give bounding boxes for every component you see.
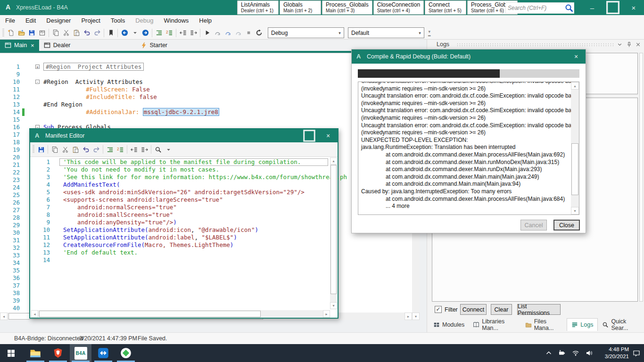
close-button[interactable]: × xyxy=(623,0,644,15)
logs-panel-scroll-strip[interactable] xyxy=(639,53,643,302)
save-icon[interactable] xyxy=(26,28,37,38)
tab-dealer[interactable]: Dealer xyxy=(39,40,75,51)
panel-close-icon[interactable] xyxy=(634,41,642,48)
smart-indent-icon[interactable]: 2 xyxy=(164,28,174,38)
search-icon[interactable] xyxy=(564,4,574,12)
clear-button[interactable]: Clear xyxy=(491,304,512,315)
quick-button[interactable]: ConnectStarter (ctrl + 5) xyxy=(425,0,466,15)
cancel-button[interactable]: Cancel xyxy=(520,220,547,230)
scroll-down-icon[interactable]: ▾ xyxy=(412,313,420,320)
close-button[interactable]: × xyxy=(567,49,586,64)
menu-item-file[interactable]: File xyxy=(0,15,20,26)
maximize-button[interactable] xyxy=(300,129,319,142)
compile-log-box[interactable]: Uncaught translation error: com.android.… xyxy=(358,82,579,215)
undo-icon[interactable] xyxy=(82,28,92,38)
redo-icon[interactable] xyxy=(91,144,101,155)
redo-icon[interactable] xyxy=(92,28,102,38)
bottom-tab-libraries[interactable]: Libraries Man... xyxy=(469,318,520,331)
bottom-tab-logs[interactable]: Logs xyxy=(567,318,598,331)
manifest-hscrollbar[interactable]: ◂ ▸ xyxy=(31,310,330,318)
caret-down-icon[interactable] xyxy=(130,28,140,38)
panel-menu-chevron-icon[interactable] xyxy=(616,41,623,48)
menu-item-tools[interactable]: Tools xyxy=(106,15,130,26)
list-permissions-button[interactable]: List Permissions xyxy=(517,304,561,315)
build-config-dropdown[interactable]: Debug ▾ xyxy=(268,27,344,38)
menu-item-edit[interactable]: Edit xyxy=(20,15,41,26)
bottom-tab-files[interactable]: Files Mana... xyxy=(521,318,567,331)
connect-button[interactable]: Connect xyxy=(460,304,487,315)
compile-log-vscroll-thumb[interactable] xyxy=(571,143,578,195)
scroll-right-icon[interactable]: ▸ xyxy=(405,313,412,320)
minimize-button[interactable]: – xyxy=(582,0,603,15)
taskbar-green-app[interactable] xyxy=(115,344,137,362)
find-icon[interactable] xyxy=(153,144,163,155)
step-into-icon[interactable] xyxy=(212,28,223,38)
close-button[interactable]: × xyxy=(319,129,338,142)
scroll-down-icon[interactable]: ▾ xyxy=(571,207,579,214)
menu-item-windows[interactable]: Windows xyxy=(159,15,194,26)
indent-icon[interactable] xyxy=(154,28,164,38)
manifest-vscroll-thumb[interactable] xyxy=(330,165,337,294)
quick-button[interactable]: ListAnimalsDealer (ctrl + 1) xyxy=(237,0,279,15)
save-all-icon[interactable] xyxy=(37,28,47,38)
close-button[interactable]: Close xyxy=(553,220,580,230)
smart-indent-icon[interactable]: 2 xyxy=(115,144,125,155)
quick-button[interactable]: GlobalsMain (ctrl + 2) xyxy=(280,0,321,15)
paste-icon[interactable] xyxy=(70,144,81,155)
panel-pin-icon[interactable] xyxy=(625,41,633,48)
tab-main[interactable]: Main× xyxy=(0,40,39,51)
open-file-icon[interactable] xyxy=(16,28,26,38)
copy-icon[interactable] xyxy=(50,28,61,38)
save-icon[interactable] xyxy=(36,144,46,155)
quick-button[interactable]: Process_GlobalsMain (ctrl + 3) xyxy=(322,0,372,15)
search-input[interactable] xyxy=(506,5,564,11)
build-profile-dropdown[interactable]: Default ▾ xyxy=(348,27,424,38)
notification-center-icon[interactable] xyxy=(630,344,643,362)
copy-icon[interactable] xyxy=(50,144,60,155)
menu-item-help[interactable]: Help xyxy=(194,15,217,26)
manifest-code-lines[interactable]: 1'This code will be applied to the manif… xyxy=(30,158,330,264)
battery-icon[interactable] xyxy=(556,344,568,362)
step-out-icon[interactable] xyxy=(233,28,243,38)
step-over-icon[interactable] xyxy=(223,28,233,38)
scroll-left-icon[interactable]: ◂ xyxy=(0,313,8,320)
new-file-icon[interactable] xyxy=(6,28,16,38)
scroll-left-icon[interactable]: ◂ xyxy=(31,310,38,318)
uncomment-icon[interactable] xyxy=(139,144,149,155)
scroll-up-icon[interactable]: ▴ xyxy=(571,82,579,90)
taskbar-clock[interactable]: 4:48 PM 3/20/2021 xyxy=(600,346,629,360)
start-button[interactable] xyxy=(0,344,22,362)
fold-toggle-icon[interactable]: + xyxy=(35,65,40,69)
compile-log-vscrollbar[interactable]: ▴ ▾ xyxy=(571,82,579,214)
search-box[interactable] xyxy=(505,2,574,14)
menu-item-debug[interactable]: Debug xyxy=(130,15,158,26)
maximize-button[interactable] xyxy=(603,0,623,15)
uncomment-icon[interactable] xyxy=(188,28,198,38)
quick-button[interactable]: CloseConnectionStarter (ctrl + 4) xyxy=(373,0,424,15)
toolbar-overflow-button[interactable]: ▾▂ xyxy=(428,31,430,35)
indent-icon[interactable] xyxy=(105,144,115,155)
volume-icon[interactable] xyxy=(583,344,596,362)
bookmark-icon[interactable] xyxy=(106,28,116,38)
nav-forward-icon[interactable] xyxy=(140,28,150,38)
menu-item-project[interactable]: Project xyxy=(76,15,105,26)
tab-close-icon[interactable]: × xyxy=(31,42,34,49)
run-icon[interactable] xyxy=(202,28,212,38)
wifi-icon[interactable] xyxy=(570,344,582,362)
cut-icon[interactable] xyxy=(61,28,71,38)
manifest-vscrollbar[interactable]: ▴ ▾ xyxy=(330,157,337,309)
menu-item-designer[interactable]: Designer xyxy=(41,15,76,26)
bottom-tab-modules[interactable]: Modules xyxy=(429,318,469,331)
taskbar-teamviewer[interactable] xyxy=(92,344,114,362)
filter-checkbox[interactable]: ✓ xyxy=(435,306,442,313)
tab-starter[interactable]: Starter xyxy=(136,40,173,51)
taskbar-brave[interactable] xyxy=(47,344,69,362)
undo-icon[interactable] xyxy=(81,144,91,155)
comment-icon[interactable] xyxy=(129,144,139,155)
paste-icon[interactable] xyxy=(71,28,82,38)
nav-back-icon[interactable] xyxy=(119,28,130,38)
scroll-right-icon[interactable]: ▸ xyxy=(323,310,330,318)
comment-icon[interactable] xyxy=(178,28,188,38)
caret-down-icon[interactable] xyxy=(163,144,173,155)
stop-icon[interactable] xyxy=(243,28,254,38)
